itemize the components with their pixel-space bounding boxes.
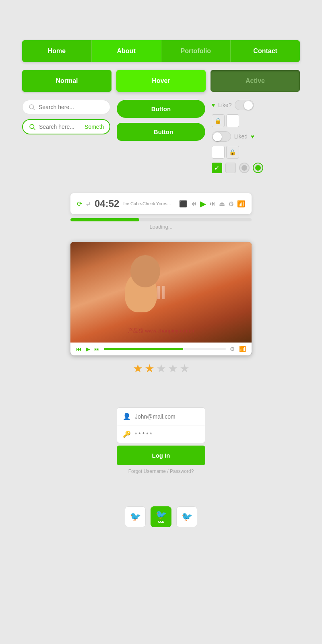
twitter-button-1[interactable]: 🐦	[125, 506, 146, 527]
search-input-active[interactable]	[39, 124, 81, 130]
video-controls: ⏮ ▶ ⏭ ⚙ 📶	[70, 343, 252, 355]
lock-box-white-1	[226, 114, 239, 127]
music-player: ⟳ ⇄ 04:52 Ice Cube-Check Yours... ⬛ ⏮ ▶ …	[70, 193, 252, 214]
active-button[interactable]: Active	[211, 70, 300, 92]
login-button[interactable]: Log In	[117, 446, 205, 465]
normal-button[interactable]: Normal	[22, 70, 111, 92]
play-icon[interactable]: ▶	[200, 199, 206, 208]
vid-progress-bar[interactable]	[104, 348, 226, 350]
shuffle-icon[interactable]: ⟳	[77, 200, 82, 208]
radio-selected[interactable]	[253, 163, 263, 173]
nav-portfolio[interactable]: Portofolio	[161, 40, 231, 62]
svg-line-1	[33, 109, 35, 110]
radio-unselected[interactable]	[239, 163, 250, 173]
search-icon	[28, 103, 35, 111]
star-1[interactable]: ★	[133, 362, 143, 375]
settings-icon[interactable]: ⚙	[228, 200, 234, 208]
search-input[interactable]	[39, 104, 104, 110]
rewind-icon[interactable]: ⏮	[190, 200, 197, 207]
like-toggle[interactable]	[235, 100, 254, 110]
search-icon-active	[29, 123, 36, 130]
email-input[interactable]	[135, 413, 199, 420]
lock-box-white-2	[212, 146, 225, 159]
social-badge: 556	[158, 520, 164, 524]
star-5[interactable]: ★	[180, 362, 190, 375]
svg-line-3	[34, 128, 35, 130]
search-active-value: Someth	[85, 124, 104, 130]
svg-point-0	[29, 105, 34, 109]
button-states-row: Normal Hover Active	[22, 70, 300, 92]
heart-icon: ♥	[212, 102, 215, 108]
twitter-button-2[interactable]: 🐦	[176, 506, 197, 527]
password-input[interactable]	[135, 431, 199, 438]
pill-button-1[interactable]: Button	[117, 100, 205, 118]
email-field-container: 👤	[117, 407, 205, 425]
player-controls: ⬛ ⏮ ▶ ⏭ ⏏ ⚙ 📶	[179, 199, 245, 208]
star-3[interactable]: ★	[156, 362, 166, 375]
nav-about[interactable]: About	[92, 40, 161, 62]
toggle-knob-liked	[213, 132, 222, 141]
player-track: Ice Cube-Check Yours...	[123, 201, 175, 206]
lock-icon-2: 🔒	[226, 146, 239, 159]
fast-forward-icon[interactable]: ⏭	[209, 200, 216, 207]
random-icon[interactable]: ⇄	[86, 201, 91, 207]
video-screen[interactable]: ⏸ 产品猿 www.chanpinyuan.cn	[70, 242, 252, 343]
loading-text: Loading...	[149, 224, 172, 230]
user-icon: 👤	[123, 413, 131, 420]
radio-dot	[255, 165, 261, 171]
like-toggle-row: ♥ Like?	[212, 100, 254, 110]
pause-icon[interactable]: ⏸	[151, 281, 171, 303]
twitter-icon-active: 🐦	[156, 510, 167, 520]
lock-row-2: 🔒	[212, 146, 239, 159]
vid-settings-icon[interactable]: ⚙	[230, 346, 235, 352]
star-rating: ★ ★ ★ ★ ★	[133, 362, 190, 375]
nav-contact[interactable]: Contact	[231, 40, 300, 62]
twitter-icon-1: 🐦	[130, 512, 141, 522]
svg-point-2	[30, 124, 34, 129]
checkbox-row: ✓	[212, 163, 263, 173]
checkbox-unchecked[interactable]	[225, 163, 236, 173]
widgets-row: Someth Button Button ♥ Like? 🔒	[22, 100, 300, 173]
music-progress-bar[interactable]	[70, 218, 252, 221]
twitter-icon-2: 🐦	[182, 512, 192, 522]
liked-toggle[interactable]	[212, 131, 231, 142]
video-watermark: 产品猿 www.chanpinyuan.cn	[128, 327, 194, 334]
lock-icon-1: 🔒	[212, 114, 225, 127]
vid-progress-fill	[104, 348, 183, 350]
vid-volume-icon[interactable]: 📶	[239, 346, 246, 352]
search-column: Someth	[22, 100, 110, 134]
video-player: ⏸ 产品猿 www.chanpinyuan.cn ⏮ ▶ ⏭ ⚙ 📶	[70, 242, 252, 355]
hover-button[interactable]: Hover	[116, 70, 206, 92]
social-row: 🐦 🐦 556 🐦	[125, 506, 197, 527]
like-label: Like?	[218, 102, 231, 108]
toggles-column: ♥ Like? 🔒 Liked ♥ 🔒 ✓	[212, 100, 300, 173]
login-form: 👤 🔑 Log In Forgot Username / Password?	[117, 407, 205, 474]
liked-toggle-row: Liked ♥	[212, 131, 254, 142]
nav-home[interactable]: Home	[22, 40, 92, 62]
pill-buttons-column: Button Button	[117, 100, 205, 141]
radio-dot-empty	[242, 165, 247, 171]
stop-icon[interactable]: ⬛	[179, 200, 187, 208]
vid-play-icon[interactable]: ▶	[86, 346, 90, 352]
lock-row-1: 🔒	[212, 114, 239, 127]
pill-button-arrow[interactable]: Button	[122, 123, 205, 141]
eject-icon[interactable]: ⏏	[219, 200, 225, 208]
forgot-link[interactable]: Forgot Username / Password?	[117, 469, 205, 474]
navigation-bar: Home About Portofolio Contact	[22, 40, 300, 62]
key-icon: 🔑	[123, 430, 131, 438]
toggle-knob-like	[244, 101, 253, 110]
player-time: 04:52	[95, 198, 119, 209]
star-2[interactable]: ★	[144, 362, 155, 375]
heart-icon-2: ♥	[251, 133, 254, 140]
search-box-normal[interactable]	[22, 100, 110, 114]
star-4[interactable]: ★	[168, 362, 178, 375]
checkbox-checked[interactable]: ✓	[212, 163, 222, 173]
search-box-active[interactable]: Someth	[22, 119, 110, 134]
volume-icon[interactable]: 📶	[237, 200, 245, 208]
vid-ff-icon[interactable]: ⏭	[94, 346, 100, 352]
twitter-button-active[interactable]: 🐦 556	[151, 506, 171, 527]
player-top: ⟳ ⇄ 04:52 Ice Cube-Check Yours... ⬛ ⏮ ▶ …	[77, 198, 245, 209]
vid-rewind-icon[interactable]: ⏮	[76, 346, 82, 352]
liked-label: Liked	[234, 133, 248, 140]
music-progress-fill	[70, 218, 139, 221]
